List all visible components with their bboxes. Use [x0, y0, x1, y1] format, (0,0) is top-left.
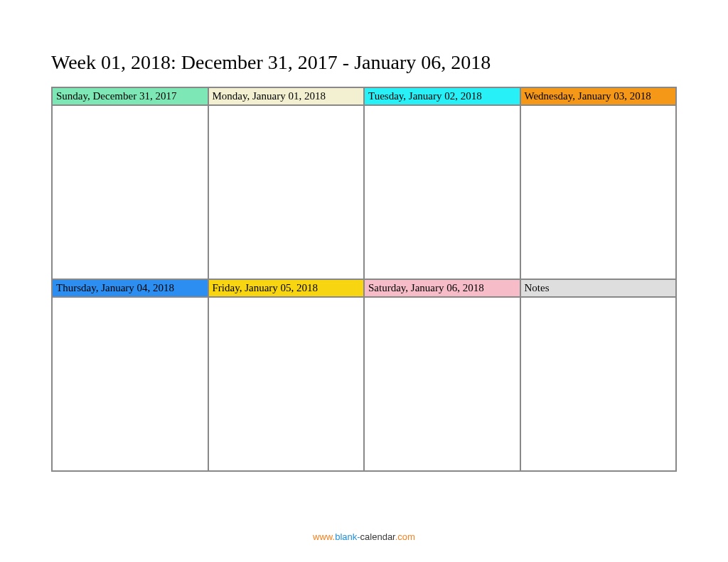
- day-body-sunday: [52, 105, 208, 279]
- day-header-sunday: Sunday, December 31, 2017: [52, 87, 208, 105]
- footer-link[interactable]: www.blank-calendar.com: [0, 531, 728, 542]
- footer-www: www.: [313, 531, 335, 542]
- day-body-notes: [520, 297, 677, 471]
- week-calendar-page: Week 01, 2018: December 31, 2017 - Janua…: [0, 0, 728, 472]
- footer-calendar: calendar: [360, 531, 395, 542]
- day-body-thursday: [52, 297, 208, 471]
- calendar-grid: Sunday, December 31, 2017 Monday, Januar…: [51, 87, 677, 472]
- day-header-tuesday: Tuesday, January 02, 2018: [364, 87, 520, 105]
- day-body-friday: [208, 297, 365, 471]
- day-header-wednesday: Wednesday, January 03, 2018: [520, 87, 677, 105]
- day-header-thursday: Thursday, January 04, 2018: [52, 279, 208, 297]
- page-title: Week 01, 2018: December 31, 2017 - Janua…: [51, 51, 677, 74]
- day-header-monday: Monday, January 01, 2018: [208, 87, 365, 105]
- day-body-wednesday: [520, 105, 677, 279]
- day-body-tuesday: [364, 105, 520, 279]
- day-header-notes: Notes: [520, 279, 677, 297]
- day-header-friday: Friday, January 05, 2018: [208, 279, 365, 297]
- footer-blank: blank: [335, 531, 357, 542]
- day-body-monday: [208, 105, 365, 279]
- footer-com: .com: [395, 531, 415, 542]
- day-header-saturday: Saturday, January 06, 2018: [364, 279, 520, 297]
- day-body-saturday: [364, 297, 520, 471]
